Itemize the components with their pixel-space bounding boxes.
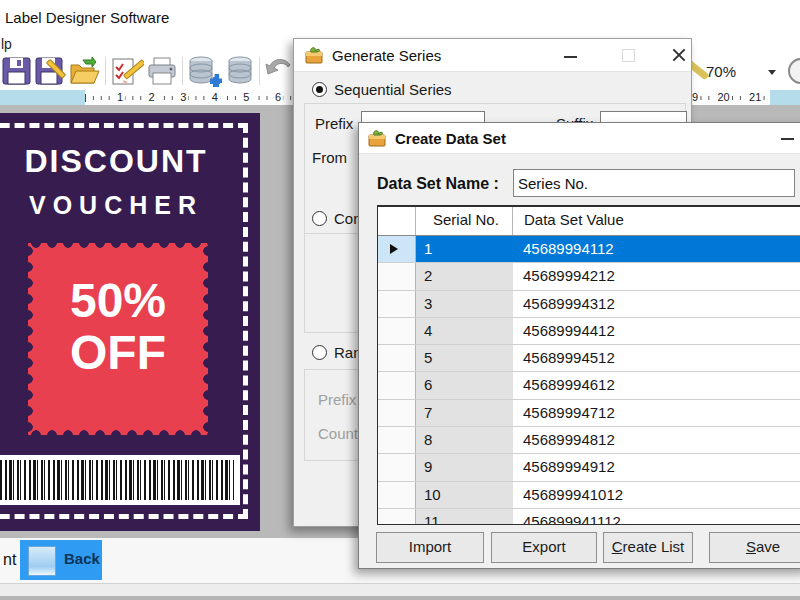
ruler-number: 20 <box>715 91 731 104</box>
create-list-button[interactable]: Create List <box>603 532 693 563</box>
serial-column-header[interactable]: Serial No. <box>433 211 499 228</box>
row-selector-cell[interactable] <box>378 345 416 371</box>
ruler-number: 5 <box>241 91 251 104</box>
tab-back[interactable]: Back <box>20 540 102 580</box>
barcode <box>0 455 240 505</box>
value-cell[interactable]: 45689994312 <box>513 291 800 317</box>
serial-cell[interactable]: 11 <box>416 509 521 525</box>
table-row[interactable]: 145689994112 <box>378 236 800 263</box>
save-as-icon[interactable] <box>34 55 66 87</box>
window-title: Label Designer Software <box>5 9 169 26</box>
radio-sequential-series[interactable] <box>312 82 327 97</box>
value-cell[interactable]: 45689994212 <box>513 263 800 289</box>
row-selector-cell[interactable] <box>378 291 416 317</box>
voucher-label-object[interactable]: DISCOUNT VOUCHER 50% OFF <box>0 113 260 531</box>
row-selector-cell[interactable] <box>378 427 416 453</box>
serial-cell[interactable]: 3 <box>416 291 521 317</box>
dataset-box-icon <box>368 129 387 147</box>
value-cell[interactable]: 45689994912 <box>513 454 800 480</box>
serial-cell[interactable]: 5 <box>416 345 521 371</box>
value-cell[interactable]: 45689994512 <box>513 345 800 371</box>
maximize-button[interactable] <box>611 42 645 66</box>
table-row[interactable]: 11456899941112 <box>378 509 800 525</box>
undo-icon[interactable] <box>263 55 295 87</box>
serial-cell[interactable]: 9 <box>416 454 521 480</box>
percent-text: 50% <box>28 275 208 327</box>
minimize-icon <box>564 56 577 58</box>
minimize-button[interactable] <box>771 124 800 148</box>
print-icon[interactable] <box>146 55 178 87</box>
table-row[interactable]: 745689994712 <box>378 400 800 427</box>
serial-cell[interactable]: 2 <box>416 263 521 289</box>
value-cell[interactable]: 45689994412 <box>513 318 800 344</box>
ruler-number: 1 <box>115 91 125 104</box>
toolbar-separator <box>182 57 183 85</box>
row-selector-cell[interactable] <box>378 454 416 480</box>
zoom-level-select[interactable]: 70% <box>700 60 786 84</box>
table-row[interactable]: 945689994912 <box>378 454 800 481</box>
tab-front[interactable]: nt <box>3 551 16 569</box>
dialog-title: Generate Series <box>332 47 441 64</box>
window-titlebar: Label Designer Software <box>0 0 800 32</box>
value-cell[interactable]: 45689994112 <box>513 236 800 262</box>
database-add-icon[interactable] <box>186 55 222 87</box>
menu-item-help[interactable]: lp <box>1 36 12 52</box>
table-row[interactable]: 245689994212 <box>378 263 800 290</box>
voucher-title-text: DISCOUNT <box>0 143 247 180</box>
minimize-icon <box>781 138 794 140</box>
row-selector-cell[interactable] <box>378 400 416 426</box>
export-button[interactable]: Export <box>491 532 597 563</box>
dataset-name-input[interactable] <box>513 169 795 197</box>
table-row[interactable]: 10456899941012 <box>378 482 800 509</box>
count-disabled-label: Count <box>318 425 358 442</box>
serial-cell[interactable]: 4 <box>416 318 521 344</box>
table-row[interactable]: 345689994312 <box>378 291 800 318</box>
save-button[interactable]: Save <box>709 532 800 563</box>
table-row[interactable]: 845689994812 <box>378 427 800 454</box>
table-row[interactable]: 645689994612 <box>378 372 800 399</box>
statusbar-resize-strip <box>0 596 800 600</box>
statusbar <box>0 583 800 597</box>
row-selector-cell[interactable] <box>378 372 416 398</box>
ruler-highlight <box>770 90 800 105</box>
value-cell[interactable]: 45689994812 <box>513 427 800 453</box>
import-button[interactable]: Import <box>376 532 484 563</box>
database-icon[interactable] <box>224 55 256 87</box>
radio-constant-series[interactable] <box>312 211 327 226</box>
table-row[interactable]: 545689994512 <box>378 345 800 372</box>
create-data-set-titlebar[interactable]: Create Data Set <box>359 123 800 154</box>
serial-cell[interactable]: 7 <box>416 400 521 426</box>
row-selector-cell[interactable] <box>378 482 416 508</box>
serial-cell[interactable]: 8 <box>416 427 521 453</box>
minimize-button[interactable] <box>554 42 588 66</box>
serial-cell[interactable]: 1 <box>416 236 521 262</box>
ruler-number: 21 <box>747 91 763 104</box>
radio-random-series[interactable] <box>312 345 327 360</box>
dataset-name-label: Data Set Name : <box>377 175 499 193</box>
radio-sequential-label: Sequential Series <box>334 81 452 98</box>
ruler-number: 4 <box>210 91 220 104</box>
row-selector-cell[interactable] <box>378 263 416 289</box>
serial-cell[interactable]: 10 <box>416 482 521 508</box>
dataset-table: Serial No. Data Set Value 14568999411224… <box>377 205 800 525</box>
value-column-header[interactable]: Data Set Value <box>524 211 624 228</box>
row-selector-cell[interactable] <box>378 509 416 525</box>
tab-back-label: Back <box>64 550 100 567</box>
from-label: From <box>312 149 347 166</box>
value-cell[interactable]: 45689994612 <box>513 372 800 398</box>
row-selector-cell[interactable] <box>378 236 416 262</box>
value-cell[interactable]: 456899941012 <box>513 482 800 508</box>
maximize-icon <box>622 49 635 62</box>
close-button[interactable] <box>662 42 696 66</box>
value-cell[interactable]: 456899941112 <box>513 509 800 525</box>
generate-series-titlebar[interactable]: Generate Series <box>294 39 691 72</box>
table-row[interactable]: 445689994412 <box>378 318 800 345</box>
serial-cell[interactable]: 6 <box>416 372 521 398</box>
edit-label-icon[interactable] <box>110 55 142 87</box>
row-selector-cell[interactable] <box>378 318 416 344</box>
open-folder-icon[interactable] <box>68 55 100 87</box>
barcode-bars <box>0 460 234 500</box>
current-row-arrow-icon <box>390 244 398 254</box>
save-icon[interactable] <box>1 55 33 87</box>
value-cell[interactable]: 45689994712 <box>513 400 800 426</box>
